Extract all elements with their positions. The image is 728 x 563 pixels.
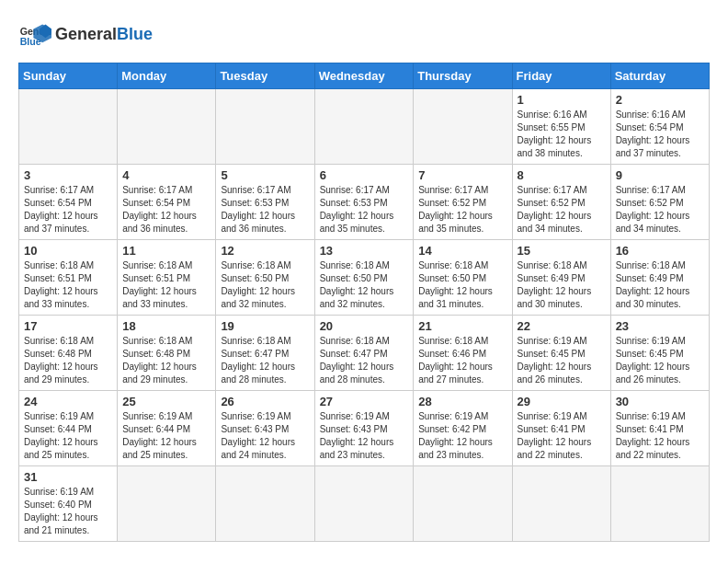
calendar-cell: 28Sunrise: 6:19 AM Sunset: 6:42 PM Dayli… bbox=[414, 391, 512, 466]
calendar-cell: 5Sunrise: 6:17 AM Sunset: 6:53 PM Daylig… bbox=[216, 165, 314, 240]
day-number: 22 bbox=[518, 319, 606, 333]
day-number: 24 bbox=[24, 395, 112, 408]
day-info: Sunrise: 6:17 AM Sunset: 6:52 PM Dayligh… bbox=[418, 184, 506, 236]
calendar-cell bbox=[314, 466, 414, 542]
calendar-cell: 13Sunrise: 6:18 AM Sunset: 6:50 PM Dayli… bbox=[314, 240, 414, 316]
weekday-header: Tuesday bbox=[216, 63, 314, 89]
calendar-cell: 3Sunrise: 6:17 AM Sunset: 6:54 PM Daylig… bbox=[19, 165, 118, 240]
day-info: Sunrise: 6:18 AM Sunset: 6:46 PM Dayligh… bbox=[418, 335, 506, 386]
day-info: Sunrise: 6:19 AM Sunset: 6:41 PM Dayligh… bbox=[518, 410, 606, 462]
calendar-cell: 14Sunrise: 6:18 AM Sunset: 6:50 PM Dayli… bbox=[414, 240, 512, 316]
day-number: 1 bbox=[518, 93, 606, 107]
calendar-cell: 7Sunrise: 6:17 AM Sunset: 6:52 PM Daylig… bbox=[414, 165, 512, 240]
day-number: 15 bbox=[518, 244, 606, 258]
calendar-week-row: 3Sunrise: 6:17 AM Sunset: 6:54 PM Daylig… bbox=[19, 165, 710, 240]
day-number: 7 bbox=[418, 168, 506, 182]
day-number: 25 bbox=[122, 395, 210, 408]
calendar-cell: 26Sunrise: 6:19 AM Sunset: 6:43 PM Dayli… bbox=[216, 391, 314, 466]
day-number: 31 bbox=[24, 470, 112, 484]
calendar-cell: 29Sunrise: 6:19 AM Sunset: 6:41 PM Dayli… bbox=[512, 391, 610, 466]
calendar-cell: 15Sunrise: 6:18 AM Sunset: 6:49 PM Dayli… bbox=[512, 240, 610, 316]
day-info: Sunrise: 6:18 AM Sunset: 6:47 PM Dayligh… bbox=[320, 335, 409, 386]
calendar-cell: 4Sunrise: 6:17 AM Sunset: 6:54 PM Daylig… bbox=[118, 165, 216, 240]
calendar-week-row: 17Sunrise: 6:18 AM Sunset: 6:48 PM Dayli… bbox=[19, 316, 710, 391]
calendar-cell: 12Sunrise: 6:18 AM Sunset: 6:50 PM Dayli… bbox=[216, 240, 314, 316]
day-number: 2 bbox=[616, 93, 704, 107]
day-number: 8 bbox=[518, 168, 606, 182]
day-number: 23 bbox=[616, 319, 704, 333]
day-number: 27 bbox=[320, 395, 409, 408]
day-info: Sunrise: 6:18 AM Sunset: 6:50 PM Dayligh… bbox=[221, 259, 309, 311]
day-number: 21 bbox=[418, 319, 506, 333]
calendar-cell bbox=[512, 466, 610, 542]
calendar-cell: 11Sunrise: 6:18 AM Sunset: 6:51 PM Dayli… bbox=[118, 240, 216, 316]
day-number: 20 bbox=[320, 319, 409, 333]
day-info: Sunrise: 6:19 AM Sunset: 6:42 PM Dayligh… bbox=[418, 410, 506, 462]
calendar-cell: 8Sunrise: 6:17 AM Sunset: 6:52 PM Daylig… bbox=[512, 165, 610, 240]
day-info: Sunrise: 6:18 AM Sunset: 6:51 PM Dayligh… bbox=[24, 259, 112, 311]
weekday-header: Friday bbox=[512, 63, 610, 89]
day-info: Sunrise: 6:19 AM Sunset: 6:45 PM Dayligh… bbox=[518, 335, 606, 386]
day-number: 3 bbox=[24, 168, 112, 182]
calendar-cell: 22Sunrise: 6:19 AM Sunset: 6:45 PM Dayli… bbox=[512, 316, 610, 391]
calendar-week-row: 1Sunrise: 6:16 AM Sunset: 6:55 PM Daylig… bbox=[19, 89, 710, 165]
calendar-header-row: SundayMondayTuesdayWednesdayThursdayFrid… bbox=[19, 63, 710, 89]
calendar-cell bbox=[216, 466, 314, 542]
day-number: 30 bbox=[616, 395, 704, 408]
calendar-cell bbox=[314, 89, 414, 165]
calendar-cell bbox=[118, 466, 216, 542]
day-number: 19 bbox=[221, 319, 309, 333]
calendar-cell: 31Sunrise: 6:19 AM Sunset: 6:40 PM Dayli… bbox=[19, 466, 118, 542]
day-number: 26 bbox=[221, 395, 309, 408]
day-info: Sunrise: 6:18 AM Sunset: 6:50 PM Dayligh… bbox=[418, 259, 506, 311]
day-info: Sunrise: 6:17 AM Sunset: 6:53 PM Dayligh… bbox=[320, 184, 409, 236]
calendar-cell bbox=[118, 89, 216, 165]
day-info: Sunrise: 6:17 AM Sunset: 6:52 PM Dayligh… bbox=[616, 184, 704, 236]
day-info: Sunrise: 6:18 AM Sunset: 6:49 PM Dayligh… bbox=[616, 259, 704, 311]
weekday-header: Wednesday bbox=[314, 63, 414, 89]
day-info: Sunrise: 6:18 AM Sunset: 6:50 PM Dayligh… bbox=[320, 259, 409, 311]
day-number: 6 bbox=[320, 168, 409, 182]
day-info: Sunrise: 6:16 AM Sunset: 6:54 PM Dayligh… bbox=[616, 109, 704, 160]
calendar-week-row: 24Sunrise: 6:19 AM Sunset: 6:44 PM Dayli… bbox=[19, 391, 710, 466]
logo: General Blue GeneralBlue bbox=[18, 18, 153, 52]
day-info: Sunrise: 6:17 AM Sunset: 6:53 PM Dayligh… bbox=[221, 184, 309, 236]
logo-icon: General Blue bbox=[18, 18, 51, 52]
calendar-week-row: 31Sunrise: 6:19 AM Sunset: 6:40 PM Dayli… bbox=[19, 466, 710, 542]
calendar-cell: 1Sunrise: 6:16 AM Sunset: 6:55 PM Daylig… bbox=[512, 89, 610, 165]
calendar-cell: 2Sunrise: 6:16 AM Sunset: 6:54 PM Daylig… bbox=[610, 89, 709, 165]
calendar-cell: 24Sunrise: 6:19 AM Sunset: 6:44 PM Dayli… bbox=[19, 391, 118, 466]
day-number: 14 bbox=[418, 244, 506, 258]
calendar-cell bbox=[19, 89, 118, 165]
day-info: Sunrise: 6:19 AM Sunset: 6:40 PM Dayligh… bbox=[24, 486, 112, 537]
day-number: 5 bbox=[221, 168, 309, 182]
day-info: Sunrise: 6:17 AM Sunset: 6:54 PM Dayligh… bbox=[122, 184, 210, 236]
day-number: 13 bbox=[320, 244, 409, 258]
page-header: General Blue GeneralBlue bbox=[18, 18, 710, 52]
calendar-cell: 10Sunrise: 6:18 AM Sunset: 6:51 PM Dayli… bbox=[19, 240, 118, 316]
day-info: Sunrise: 6:17 AM Sunset: 6:54 PM Dayligh… bbox=[24, 184, 112, 236]
calendar-cell: 23Sunrise: 6:19 AM Sunset: 6:45 PM Dayli… bbox=[610, 316, 709, 391]
day-number: 10 bbox=[24, 244, 112, 258]
day-info: Sunrise: 6:18 AM Sunset: 6:49 PM Dayligh… bbox=[518, 259, 606, 311]
day-number: 16 bbox=[616, 244, 704, 258]
calendar-cell bbox=[216, 89, 314, 165]
weekday-header: Thursday bbox=[414, 63, 512, 89]
day-info: Sunrise: 6:19 AM Sunset: 6:44 PM Dayligh… bbox=[122, 410, 210, 462]
day-number: 29 bbox=[518, 395, 606, 408]
day-info: Sunrise: 6:18 AM Sunset: 6:48 PM Dayligh… bbox=[24, 335, 112, 386]
calendar-cell: 16Sunrise: 6:18 AM Sunset: 6:49 PM Dayli… bbox=[610, 240, 709, 316]
calendar-cell: 9Sunrise: 6:17 AM Sunset: 6:52 PM Daylig… bbox=[610, 165, 709, 240]
calendar-cell: 30Sunrise: 6:19 AM Sunset: 6:41 PM Dayli… bbox=[610, 391, 709, 466]
weekday-header: Monday bbox=[118, 63, 216, 89]
calendar-cell: 6Sunrise: 6:17 AM Sunset: 6:53 PM Daylig… bbox=[314, 165, 414, 240]
day-info: Sunrise: 6:18 AM Sunset: 6:47 PM Dayligh… bbox=[221, 335, 309, 386]
day-number: 17 bbox=[24, 319, 112, 333]
calendar-cell bbox=[414, 466, 512, 542]
day-info: Sunrise: 6:16 AM Sunset: 6:55 PM Dayligh… bbox=[518, 109, 606, 160]
day-info: Sunrise: 6:18 AM Sunset: 6:48 PM Dayligh… bbox=[122, 335, 210, 386]
calendar-cell: 27Sunrise: 6:19 AM Sunset: 6:43 PM Dayli… bbox=[314, 391, 414, 466]
day-number: 9 bbox=[616, 168, 704, 182]
day-info: Sunrise: 6:19 AM Sunset: 6:43 PM Dayligh… bbox=[320, 410, 409, 462]
calendar-week-row: 10Sunrise: 6:18 AM Sunset: 6:51 PM Dayli… bbox=[19, 240, 710, 316]
